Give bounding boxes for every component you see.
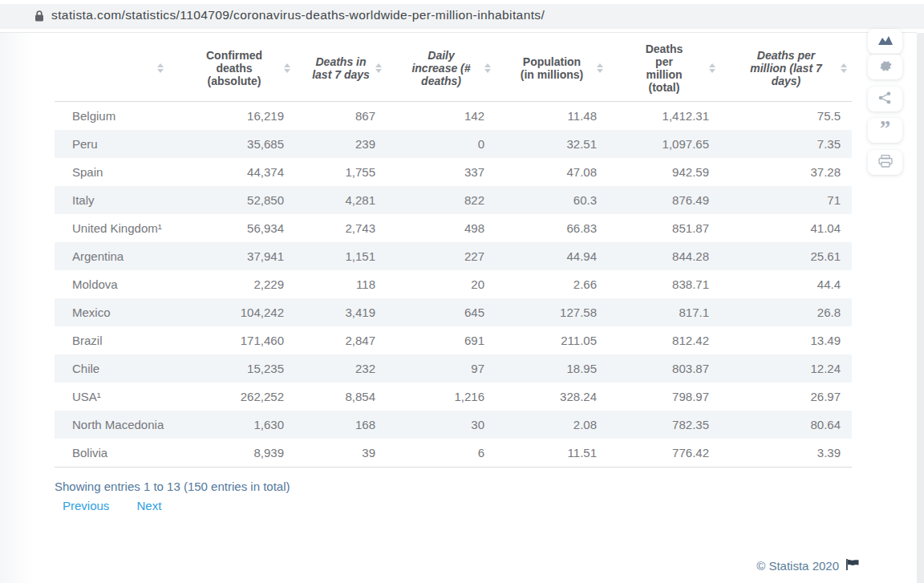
value-cell: 942.59 xyxy=(608,158,720,186)
country-cell: Peru xyxy=(55,130,173,158)
flag-icon xyxy=(845,559,860,573)
value-cell: 838.71 xyxy=(608,270,720,298)
value-cell: 30 xyxy=(387,411,496,439)
sort-icon xyxy=(597,63,603,73)
value-cell: 12.24 xyxy=(720,354,852,383)
country-cell: United Kingdom¹ xyxy=(55,214,173,242)
table-row: Italy52,8504,28182260.3876.4971 xyxy=(55,186,852,214)
value-cell: 1,216 xyxy=(387,383,496,411)
value-cell: 776.42 xyxy=(608,439,720,468)
value-cell: 239 xyxy=(295,130,387,158)
cite-button[interactable]: ” xyxy=(868,118,902,143)
value-cell: 4,281 xyxy=(295,186,387,214)
value-cell: 328.24 xyxy=(496,383,608,411)
value-cell: 171,460 xyxy=(173,326,295,354)
value-cell: 15,235 xyxy=(173,354,295,383)
value-cell: 7.35 xyxy=(720,130,852,158)
value-cell: 0 xyxy=(387,130,496,158)
value-cell: 127.58 xyxy=(496,298,608,326)
column-label: Deaths per million (total) xyxy=(640,43,688,94)
value-cell: 1,412.31 xyxy=(608,101,720,130)
print-button[interactable] xyxy=(868,150,902,175)
column-header-deaths-last-7-days[interactable]: Deaths in last 7 days xyxy=(295,36,387,101)
column-header-confirmed-deaths[interactable]: Confirmed deaths (absolute) xyxy=(173,36,295,101)
url-text[interactable]: statista.com/statistics/1104709/coronavi… xyxy=(51,8,545,22)
table-row: United Kingdom¹56,9342,74349866.83851.87… xyxy=(55,214,852,242)
pagination: Previous Next xyxy=(55,499,852,512)
country-cell: Belgium xyxy=(55,101,173,130)
value-cell: 2,229 xyxy=(173,270,295,298)
table-row: Moldova2,229118202.66838.7144.4 xyxy=(55,270,852,298)
value-cell: 211.05 xyxy=(496,326,608,354)
sort-icon xyxy=(157,63,164,73)
previous-button[interactable]: Previous xyxy=(63,499,109,512)
value-cell: 118 xyxy=(295,270,387,298)
next-button[interactable]: Next xyxy=(137,499,162,512)
country-cell: Moldova xyxy=(55,270,173,298)
value-cell: 645 xyxy=(387,298,496,326)
chart-view-button[interactable] xyxy=(868,29,902,54)
country-cell: Brazil xyxy=(55,326,173,354)
value-cell: 168 xyxy=(295,411,387,439)
browser-url-bar[interactable]: statista.com/statistics/1104709/coronavi… xyxy=(0,4,924,29)
value-cell: 3.39 xyxy=(720,439,852,468)
value-cell: 44.94 xyxy=(496,242,608,270)
value-cell: 232 xyxy=(295,354,387,383)
column-label: Deaths in last 7 days xyxy=(311,55,371,81)
left-gutter xyxy=(0,33,32,583)
lock-icon[interactable] xyxy=(33,10,46,22)
value-cell: 37,941 xyxy=(173,242,295,270)
country-cell: Chile xyxy=(55,354,173,383)
value-cell: 817.1 xyxy=(608,298,720,326)
sort-icon xyxy=(709,63,715,73)
value-cell: 66.83 xyxy=(496,214,608,242)
value-cell: 691 xyxy=(387,326,496,354)
value-cell: 1,151 xyxy=(295,242,387,270)
sort-icon xyxy=(484,63,491,73)
table-row: Belgium16,21986714211.481,412.3175.5 xyxy=(55,101,852,130)
value-cell: 104,242 xyxy=(173,298,295,326)
column-header-deaths-per-million-last-7-days[interactable]: Deaths per million (last 7 days) xyxy=(720,36,852,101)
column-label: Daily increase (# deaths) xyxy=(408,49,474,87)
sort-icon xyxy=(375,63,382,73)
country-cell: Mexico xyxy=(55,298,173,326)
value-cell: 142 xyxy=(387,101,496,130)
entries-summary: Showing entries 1 to 13 (150 entries in … xyxy=(55,480,852,493)
column-label: Deaths per million (last 7 days) xyxy=(744,49,828,87)
vertical-scrollbar[interactable] xyxy=(917,33,924,583)
value-cell: 25.61 xyxy=(720,242,852,270)
value-cell: 80.64 xyxy=(720,411,852,439)
share-icon xyxy=(878,91,892,107)
value-cell: 262,252 xyxy=(173,383,295,411)
value-cell: 798.97 xyxy=(608,383,720,411)
value-cell: 2.66 xyxy=(496,270,608,298)
value-cell: 13.49 xyxy=(720,326,852,354)
print-icon xyxy=(878,155,893,171)
value-cell: 851.87 xyxy=(608,214,720,242)
value-cell: 11.48 xyxy=(496,101,608,130)
value-cell: 498 xyxy=(387,214,496,242)
settings-button[interactable] xyxy=(868,55,902,79)
value-cell: 60.3 xyxy=(496,186,608,214)
value-cell: 26.97 xyxy=(720,383,852,411)
value-cell: 8,854 xyxy=(295,383,387,411)
column-header-population[interactable]: Population (in millions) xyxy=(496,36,608,101)
value-cell: 1,755 xyxy=(295,158,387,186)
value-cell: 35,685 xyxy=(173,130,295,158)
value-cell: 39 xyxy=(295,439,387,468)
column-header-deaths-per-million-total[interactable]: Deaths per million (total) xyxy=(608,36,720,101)
value-cell: 2,743 xyxy=(295,214,387,242)
table-row: Bolivia8,93939611.51776.423.39 xyxy=(55,439,852,468)
table-row: North Macedonia1,630168302.08782.3580.64 xyxy=(55,411,852,439)
share-button[interactable] xyxy=(868,87,902,111)
value-cell: 337 xyxy=(387,158,496,186)
data-table: Confirmed deaths (absolute)Deaths in las… xyxy=(55,36,852,468)
value-cell: 56,934 xyxy=(173,214,295,242)
value-cell: 26.8 xyxy=(720,298,852,326)
column-header-daily-increase[interactable]: Daily increase (# deaths) xyxy=(387,36,496,101)
column-header-country[interactable] xyxy=(55,36,173,101)
country-cell: North Macedonia xyxy=(55,411,173,439)
value-cell: 20 xyxy=(387,270,496,298)
gear-icon xyxy=(878,59,893,76)
table-row: USA¹262,2528,8541,216328.24798.9726.97 xyxy=(55,383,852,411)
